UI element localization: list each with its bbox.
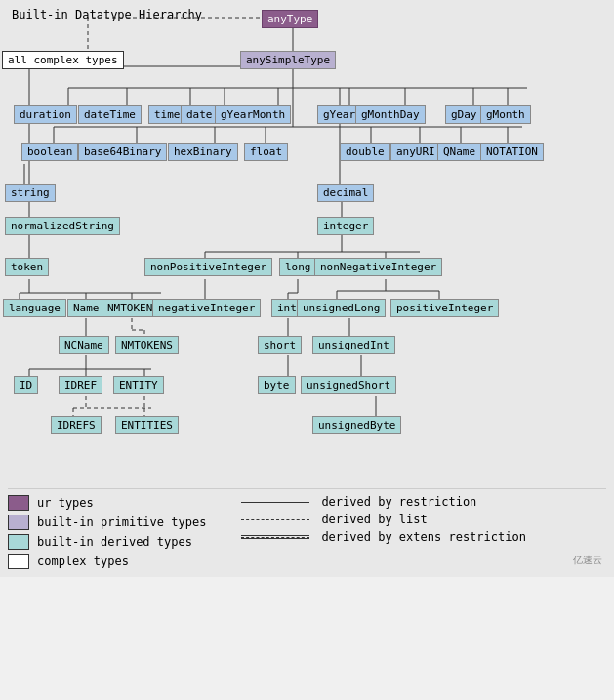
legend-ur-label: ur types <box>37 496 94 510</box>
node-normalizedString: normalizedString <box>5 217 120 235</box>
node-gMonth: gMonth <box>480 105 531 124</box>
legend-extension-label: derived by extens restriction <box>321 530 526 544</box>
node-hexBinary: hexBinary <box>168 143 238 161</box>
node-positiveInteger: positiveInteger <box>390 299 499 317</box>
node-ID: ID <box>14 376 38 394</box>
node-long: long <box>279 258 317 276</box>
node-Name: Name <box>67 299 105 317</box>
node-gMonthDay: gMonthDay <box>355 105 426 124</box>
legend-complex-label: complex types <box>37 555 129 568</box>
node-gDay: gDay <box>445 105 483 124</box>
legend-extension: derived by extens restriction <box>241 530 526 544</box>
legend-derived-label: built-in derived types <box>37 535 192 549</box>
node-anySimpleType: anySimpleType <box>240 51 336 69</box>
legend-list: derived by list <box>241 513 526 526</box>
node-decimal: decimal <box>317 184 374 202</box>
node-unsignedInt: unsignedInt <box>312 336 395 354</box>
node-IDREFS: IDREFS <box>51 416 102 434</box>
node-language: language <box>3 299 66 317</box>
node-NMTOKEN: NMTOKEN <box>102 299 158 317</box>
node-IDREF: IDREF <box>59 376 102 394</box>
legend-complex-box <box>8 554 29 569</box>
legend-complex-types: complex types <box>8 554 206 569</box>
legend-derived-box <box>8 534 29 550</box>
node-date: date <box>181 105 219 124</box>
node-anyType: anyType <box>262 10 318 28</box>
node-short: short <box>258 336 302 354</box>
legend-primitive-types: built-in primitive types <box>8 515 206 530</box>
node-NCName: NCName <box>59 336 109 354</box>
legend-list-label: derived by list <box>321 513 427 526</box>
node-nonPositiveInteger: nonPositiveInteger <box>144 258 272 276</box>
node-string: string <box>5 184 56 202</box>
node-anyURI: anyURI <box>390 143 441 161</box>
node-ENTITY: ENTITY <box>113 376 164 394</box>
node-gYearMonth: gYearMonth <box>215 105 291 124</box>
node-boolean: boolean <box>21 143 78 161</box>
node-allComplexTypes: all complex types <box>2 51 124 69</box>
node-dateTime: dateTime <box>78 105 142 124</box>
node-unsignedLong: unsignedLong <box>297 299 386 317</box>
legend-restriction: derived by restriction <box>241 495 526 509</box>
node-float: float <box>244 143 288 161</box>
legend-list-line <box>241 519 309 520</box>
node-byte: byte <box>258 376 296 394</box>
node-NMTOKENS: NMTOKENS <box>115 336 179 354</box>
legend-ur-box <box>8 495 29 511</box>
node-NOTATION: NOTATION <box>480 143 544 161</box>
node-QName: QName <box>437 143 481 161</box>
watermark: 亿速云 <box>573 554 602 567</box>
node-base64Binary: base64Binary <box>78 143 167 161</box>
node-token: token <box>5 258 49 276</box>
legend-extension-line <box>241 535 309 539</box>
node-double: double <box>340 143 390 161</box>
legend-derived-types: built-in derived types <box>8 534 206 550</box>
node-unsignedShort: unsignedShort <box>301 376 396 394</box>
node-integer: integer <box>317 217 374 235</box>
node-duration: duration <box>14 105 77 124</box>
node-negativeInteger: negativeInteger <box>152 299 261 317</box>
legend-ur-types: ur types <box>8 495 206 511</box>
node-ENTITIES: ENTITIES <box>115 416 179 434</box>
legend-restriction-line <box>241 502 309 503</box>
legend-restriction-label: derived by restriction <box>321 495 476 509</box>
node-unsignedByte: unsignedByte <box>312 416 401 434</box>
legend-primitive-box <box>8 515 29 530</box>
node-nonNegativeInteger: nonNegativeInteger <box>314 258 442 276</box>
legend-primitive-label: built-in primitive types <box>37 515 206 529</box>
